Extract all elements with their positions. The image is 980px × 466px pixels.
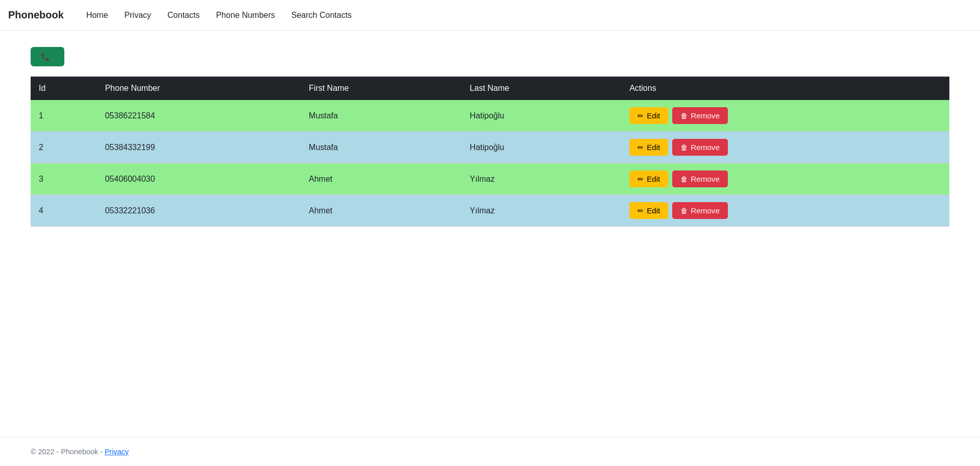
pencil-icon [638, 206, 644, 215]
edit-label: Edit [647, 206, 660, 215]
contacts-table-container: Id Phone Number First Name Last Name Act… [31, 77, 949, 227]
cell-lastname: Hatipoğlu [461, 100, 621, 132]
footer-text: © 2022 - Phonebook - [31, 448, 105, 456]
remove-button[interactable]: Remove [672, 107, 728, 124]
nav-menu: Home Privacy Contacts Phone Numbers Sear… [80, 11, 358, 20]
cell-phone: 05406004030 [97, 163, 301, 195]
nav-item-privacy[interactable]: Privacy [118, 7, 157, 23]
pencil-icon [638, 143, 644, 152]
phone-icon [41, 52, 50, 61]
cell-firstname: Ahmet [301, 163, 461, 195]
pencil-icon [638, 175, 644, 183]
nav-item-contacts[interactable]: Contacts [161, 7, 206, 23]
edit-button[interactable]: Edit [629, 139, 668, 156]
cell-firstname: Mustafa [301, 100, 461, 132]
table-row: 405332221036AhmetYılmazEditRemove [31, 195, 949, 227]
footer-privacy-link[interactable]: Privacy [105, 448, 129, 456]
cell-actions: EditRemove [621, 195, 949, 227]
navbar: Phonebook Home Privacy Contacts Phone Nu… [0, 0, 980, 31]
col-header-lastname: Last Name [461, 77, 621, 100]
table-body: 105386221584MustafaHatipoğluEditRemove20… [31, 100, 949, 227]
brand-link[interactable]: Phonebook [8, 9, 64, 21]
remove-button[interactable]: Remove [672, 202, 728, 219]
remove-label: Remove [691, 206, 720, 215]
cell-actions: EditRemove [621, 132, 949, 163]
remove-button[interactable]: Remove [672, 139, 728, 156]
cell-actions: EditRemove [621, 163, 949, 195]
cell-id: 4 [31, 195, 97, 227]
table-header: Id Phone Number First Name Last Name Act… [31, 77, 949, 100]
trash-icon [680, 206, 688, 215]
actions-container: EditRemove [629, 202, 941, 219]
cell-phone: 05384332199 [97, 132, 301, 163]
cell-id: 1 [31, 100, 97, 132]
edit-button[interactable]: Edit [629, 202, 668, 219]
table-row: 205384332199MustafaHatipoğluEditRemove [31, 132, 949, 163]
add-phone-number-button[interactable] [31, 47, 64, 66]
trash-icon [680, 175, 688, 183]
cell-firstname: Mustafa [301, 132, 461, 163]
cell-id: 3 [31, 163, 97, 195]
footer: © 2022 - Phonebook - Privacy [0, 437, 980, 466]
contacts-table: Id Phone Number First Name Last Name Act… [31, 77, 949, 227]
cell-actions: EditRemove [621, 100, 949, 132]
main-content: Id Phone Number First Name Last Name Act… [0, 31, 980, 437]
remove-label: Remove [691, 175, 720, 183]
edit-button[interactable]: Edit [629, 107, 668, 124]
edit-label: Edit [647, 143, 660, 152]
nav-item-phone-numbers[interactable]: Phone Numbers [210, 7, 281, 23]
remove-label: Remove [691, 111, 720, 120]
cell-lastname: Yılmaz [461, 195, 621, 227]
edit-label: Edit [647, 175, 660, 183]
trash-icon [680, 111, 688, 120]
cell-phone: 05332221036 [97, 195, 301, 227]
cell-lastname: Hatipoğlu [461, 132, 621, 163]
table-row: 305406004030AhmetYılmazEditRemove [31, 163, 949, 195]
edit-button[interactable]: Edit [629, 170, 668, 187]
col-header-firstname: First Name [301, 77, 461, 100]
remove-label: Remove [691, 143, 720, 152]
edit-label: Edit [647, 111, 660, 120]
table-row: 105386221584MustafaHatipoğluEditRemove [31, 100, 949, 132]
cell-id: 2 [31, 132, 97, 163]
col-header-actions: Actions [621, 77, 949, 100]
actions-container: EditRemove [629, 139, 941, 156]
col-header-phone: Phone Number [97, 77, 301, 100]
actions-container: EditRemove [629, 107, 941, 124]
trash-icon [680, 143, 688, 152]
nav-item-search-contacts[interactable]: Search Contacts [285, 7, 358, 23]
cell-phone: 05386221584 [97, 100, 301, 132]
cell-firstname: Ahmet [301, 195, 461, 227]
pencil-icon [638, 111, 644, 120]
remove-button[interactable]: Remove [672, 170, 728, 187]
cell-lastname: Yılmaz [461, 163, 621, 195]
actions-container: EditRemove [629, 170, 941, 187]
col-header-id: Id [31, 77, 97, 100]
nav-item-home[interactable]: Home [80, 7, 114, 23]
